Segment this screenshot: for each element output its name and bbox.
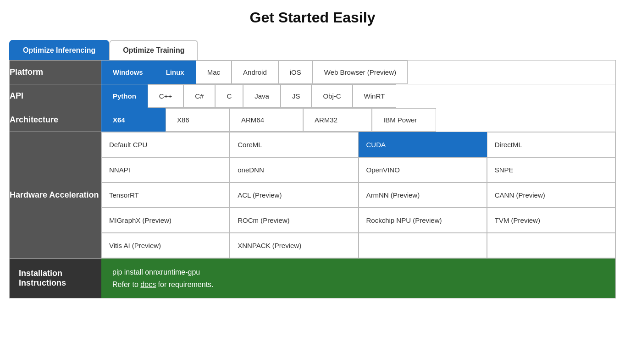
platform-row: Platform Windows Linux Mac Android iOS W… xyxy=(10,61,616,84)
hardware-row: Hardware Acceleration Default CPU CoreML… xyxy=(10,132,616,259)
install-line1: pip install onnxruntime-gpu xyxy=(112,266,604,278)
install-line2-prefix: Refer to xyxy=(112,281,140,288)
platform-webbrowser[interactable]: Web Browser (Preview) xyxy=(313,61,408,84)
tabs-container: Optimize Inferencing Optimize Training xyxy=(9,40,616,60)
hw-acl[interactable]: ACL (Preview) xyxy=(230,182,358,208)
hw-cann[interactable]: CANN (Preview) xyxy=(487,182,615,208)
hw-rocm[interactable]: ROCm (Preview) xyxy=(230,208,358,233)
hw-armnn[interactable]: ArmNN (Preview) xyxy=(359,182,487,208)
api-cpp[interactable]: C++ xyxy=(148,84,183,108)
hw-snpe[interactable]: SNPE xyxy=(487,157,615,182)
architecture-label: Architecture xyxy=(10,108,101,132)
platform-options-row: Windows Linux Mac Android iOS Web Browse… xyxy=(101,61,615,84)
arch-arm64[interactable]: ARM64 xyxy=(230,108,303,132)
platform-mac[interactable]: Mac xyxy=(196,61,232,84)
api-label: API xyxy=(10,84,101,108)
api-objc[interactable]: Obj-C xyxy=(311,84,352,108)
hw-coreml[interactable]: CoreML xyxy=(230,132,358,157)
hw-xnnpack[interactable]: XNNPACK (Preview) xyxy=(230,233,358,258)
hardware-label: Hardware Acceleration xyxy=(10,132,101,259)
page-title: Get Started Easily xyxy=(9,9,616,26)
api-options-row: Python C++ C# C Java JS Obj-C WinRT xyxy=(101,84,615,108)
platform-linux[interactable]: Linux xyxy=(155,61,196,84)
hw-nnapi[interactable]: NNAPI xyxy=(101,157,230,182)
hw-empty1 xyxy=(359,233,487,258)
install-label: Installation Instructions xyxy=(10,259,101,298)
platform-ios[interactable]: iOS xyxy=(278,61,313,84)
install-line2-suffix: for requirements. xyxy=(156,281,213,288)
architecture-row: Architecture X64 X86 ARM64 ARM32 IBM Pow… xyxy=(10,108,616,132)
hw-cuda[interactable]: CUDA xyxy=(359,132,487,157)
hw-openvino[interactable]: OpenVINO xyxy=(359,157,487,182)
hw-tvm[interactable]: TVM (Preview) xyxy=(487,208,615,233)
install-row: Installation Instructions pip install on… xyxy=(9,259,616,298)
api-python[interactable]: Python xyxy=(101,84,148,108)
platform-label: Platform xyxy=(10,61,101,84)
hw-empty2 xyxy=(487,233,615,258)
hw-migraphx[interactable]: MIGraphX (Preview) xyxy=(101,208,230,233)
config-table: Platform Windows Linux Mac Android iOS W… xyxy=(9,60,616,259)
hw-onednn[interactable]: oneDNN xyxy=(230,157,358,182)
hardware-grid: Default CPU CoreML CUDA DirectML NNAPI o… xyxy=(101,132,615,258)
api-options: Python C++ C# C Java JS Obj-C WinRT xyxy=(101,84,616,108)
architecture-options: X64 X86 ARM64 ARM32 IBM Power xyxy=(101,108,616,132)
arch-x64[interactable]: X64 xyxy=(101,108,166,132)
api-java[interactable]: Java xyxy=(243,84,281,108)
hardware-options: Default CPU CoreML CUDA DirectML NNAPI o… xyxy=(101,132,616,259)
api-winrt[interactable]: WinRT xyxy=(353,84,397,108)
arch-arm32[interactable]: ARM32 xyxy=(303,108,372,132)
install-line2: Refer to docs for requirements. xyxy=(112,278,604,291)
arch-ibmpower[interactable]: IBM Power xyxy=(372,108,436,132)
hw-directml[interactable]: DirectML xyxy=(487,132,615,157)
hw-vitisai[interactable]: Vitis AI (Preview) xyxy=(101,233,230,258)
platform-windows[interactable]: Windows xyxy=(101,61,155,84)
tab-optimize-training[interactable]: Optimize Training xyxy=(109,40,198,60)
install-content: pip install onnxruntime-gpu Refer to doc… xyxy=(101,259,615,298)
arch-x86[interactable]: X86 xyxy=(166,108,230,132)
platform-android[interactable]: Android xyxy=(232,61,278,84)
install-docs-link[interactable]: docs xyxy=(140,281,156,288)
architecture-options-row: X64 X86 ARM64 ARM32 IBM Power xyxy=(101,108,615,132)
hw-default-cpu[interactable]: Default CPU xyxy=(101,132,230,157)
api-js[interactable]: JS xyxy=(281,84,312,108)
api-c[interactable]: C xyxy=(215,84,243,108)
platform-options: Windows Linux Mac Android iOS Web Browse… xyxy=(101,61,616,84)
hw-rockchip[interactable]: Rockchip NPU (Preview) xyxy=(359,208,487,233)
api-csharp[interactable]: C# xyxy=(183,84,215,108)
api-row: API Python C++ C# C Java JS Obj-C WinRT xyxy=(10,84,616,108)
tab-optimize-inferencing[interactable]: Optimize Inferencing xyxy=(9,40,109,60)
hw-tensorrt[interactable]: TensorRT xyxy=(101,182,230,208)
